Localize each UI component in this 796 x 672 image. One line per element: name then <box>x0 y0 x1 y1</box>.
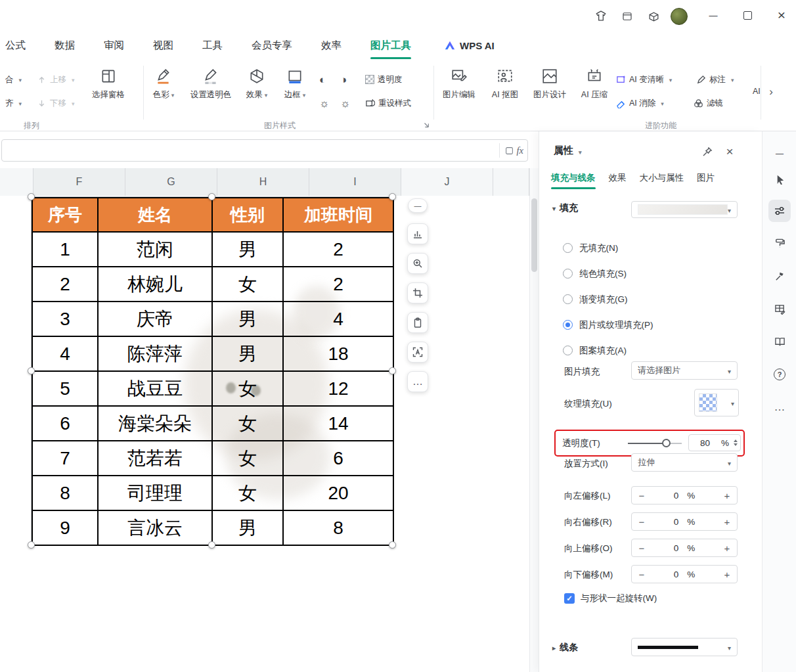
panel-close-icon[interactable] <box>722 144 738 160</box>
format-tool-icon[interactable] <box>772 235 787 251</box>
menu-tab-1[interactable]: 公式 <box>5 32 26 59</box>
column-header-G[interactable]: G <box>125 168 217 196</box>
fill-option-3[interactable]: 渐变填充(G) <box>563 286 734 312</box>
user-avatar[interactable] <box>671 8 688 25</box>
picture-style-dialog-launcher[interactable] <box>423 122 430 128</box>
line-style-dropdown[interactable] <box>631 638 738 656</box>
box-icon[interactable] <box>644 7 663 26</box>
fill-option-5[interactable]: 图案填充(A) <box>563 338 734 363</box>
offset-minus-button[interactable]: − <box>632 490 652 501</box>
select-cursor-icon[interactable] <box>772 171 787 187</box>
align-button[interactable]: 齐 <box>5 96 22 110</box>
column-header-blank[interactable] <box>493 168 529 196</box>
selection-handle-top-right[interactable] <box>389 193 396 200</box>
offset-minus-button[interactable]: − <box>632 516 652 527</box>
pin-icon[interactable] <box>699 144 715 160</box>
column-header-J[interactable]: J <box>401 168 493 196</box>
menu-tab-4[interactable]: 视图 <box>153 32 173 59</box>
tab-size-and-properties[interactable]: 大小与属性 <box>640 172 684 189</box>
window-close-button[interactable] <box>767 3 796 28</box>
menu-tab-5[interactable]: 工具 <box>202 32 223 59</box>
transparency-spinner[interactable] <box>732 437 740 448</box>
theme-skin-icon[interactable] <box>592 7 610 26</box>
chart-suggest-button[interactable] <box>407 223 428 244</box>
set-transparent-color-button[interactable]: 设置透明色 <box>185 68 237 101</box>
ai-erase-button[interactable]: AI 消除 <box>616 96 664 110</box>
menu-tab-2[interactable]: 数据 <box>55 32 75 59</box>
texture-fill-dropdown[interactable] <box>694 389 739 416</box>
ocr-button[interactable] <box>407 342 428 363</box>
effects-button[interactable]: 效果 <box>239 68 275 101</box>
soften-icon[interactable]: ☼ <box>340 96 351 110</box>
tab-effects[interactable]: 效果 <box>609 172 627 189</box>
picture-fill-dropdown[interactable]: 请选择图片 <box>631 361 738 380</box>
selection-handle-middle-right[interactable] <box>389 367 396 374</box>
column-header-I[interactable]: I <box>309 168 401 196</box>
line-section-header[interactable]: 线条 <box>552 642 578 654</box>
picture-design-button[interactable]: 图片设计 <box>528 68 571 101</box>
tab-fill-and-line[interactable]: 填充与线条 <box>551 172 596 189</box>
selection-handle-bottom-middle[interactable] <box>208 541 215 549</box>
offset-minus-button[interactable]: − <box>632 543 652 554</box>
move-up-button[interactable]: 上移 <box>37 72 75 87</box>
ribbon-expand-icon[interactable] <box>764 78 778 106</box>
book-icon[interactable] <box>772 334 787 349</box>
offset-minus-button[interactable]: − <box>632 569 652 580</box>
fill-preview-dropdown[interactable] <box>631 201 738 218</box>
vertical-scrollbar-thumb[interactable] <box>531 198 537 272</box>
wps-ai-entry[interactable]: WPS AI <box>444 32 495 59</box>
ai-clarify-button[interactable]: AI 变清晰 <box>616 72 672 87</box>
column-header-F[interactable]: F <box>33 168 125 196</box>
column-header-H[interactable]: H <box>217 168 309 196</box>
fill-option-4[interactable]: 图片或纹理填充(P) <box>563 312 734 338</box>
more-tools-button[interactable] <box>407 371 428 392</box>
fill-option-1[interactable]: 无填充(N) <box>563 235 734 261</box>
edit-chart-icon[interactable] <box>772 301 787 317</box>
color-button[interactable]: 色彩 <box>145 68 182 101</box>
selection-pane-button[interactable]: 选择窗格 <box>87 68 130 101</box>
help-icon[interactable]: ? <box>772 367 787 382</box>
ai-matting-button[interactable]: AI 抠图 <box>483 68 527 101</box>
selection-handle-top-middle[interactable] <box>208 193 215 200</box>
transparency-input[interactable]: 80 % <box>688 434 741 451</box>
transparency-button[interactable]: 透明度 <box>365 72 403 87</box>
annotate-button[interactable]: 标注 <box>696 72 734 87</box>
transparency-slider-handle[interactable] <box>662 439 671 447</box>
selection-handle-bottom-right[interactable] <box>389 541 396 549</box>
offset-plus-button[interactable]: + <box>717 569 737 580</box>
window-minimize-button[interactable] <box>699 3 728 28</box>
offset-plus-button[interactable]: + <box>717 543 737 554</box>
tools-icon[interactable] <box>772 268 787 284</box>
collapse-toolbar-button[interactable] <box>408 198 428 213</box>
rotate-with-shape-row[interactable]: 与形状一起旋转(W) <box>564 593 657 604</box>
menu-tab-6[interactable]: 会员专享 <box>252 32 292 59</box>
ai-compress-button[interactable]: AI 压缩 <box>573 68 616 101</box>
window-maximize-button[interactable] <box>733 3 762 28</box>
zoom-button[interactable] <box>407 253 428 274</box>
ai-partial-button[interactable]: AI <box>753 84 761 99</box>
crop-button[interactable] <box>407 282 428 303</box>
selection-handle-top-left[interactable] <box>28 193 35 200</box>
move-down-button[interactable]: 下移 <box>37 96 75 110</box>
brightness-up-icon[interactable]: ◐ <box>319 72 326 87</box>
offset-plus-button[interactable]: + <box>717 490 737 501</box>
properties-panel-icon[interactable] <box>768 200 791 222</box>
formula-input-box[interactable]: fx <box>1 139 528 162</box>
offset-plus-button[interactable]: + <box>717 516 737 527</box>
filter-button[interactable]: 滤镜 <box>694 96 723 110</box>
column-header-blank[interactable] <box>0 168 33 196</box>
selected-picture-table[interactable]: 序号姓名性别加班时间 1范闲男22林婉儿女23庆帝男44陈萍萍男185战豆豆女1… <box>32 197 393 545</box>
picture-edit-button[interactable]: 图片编辑 <box>437 68 481 101</box>
collapse-panel-icon[interactable] <box>772 146 787 162</box>
combine-button[interactable]: 合 <box>5 72 22 87</box>
more-icon[interactable] <box>772 399 787 415</box>
checkbox-checked-icon[interactable] <box>564 593 575 604</box>
fill-section-header[interactable]: 填充 <box>552 202 578 214</box>
sharpen-icon[interactable]: ☼ <box>319 96 330 110</box>
contrast-icon[interactable]: ◑ <box>340 72 347 87</box>
tab-picture[interactable]: 图片 <box>697 172 715 189</box>
menu-tab-8[interactable]: 图片工具 <box>370 32 411 59</box>
fill-option-2[interactable]: 纯色填充(S) <box>563 261 734 286</box>
formula-input[interactable] <box>7 143 493 158</box>
border-button[interactable]: 边框 <box>277 68 313 101</box>
